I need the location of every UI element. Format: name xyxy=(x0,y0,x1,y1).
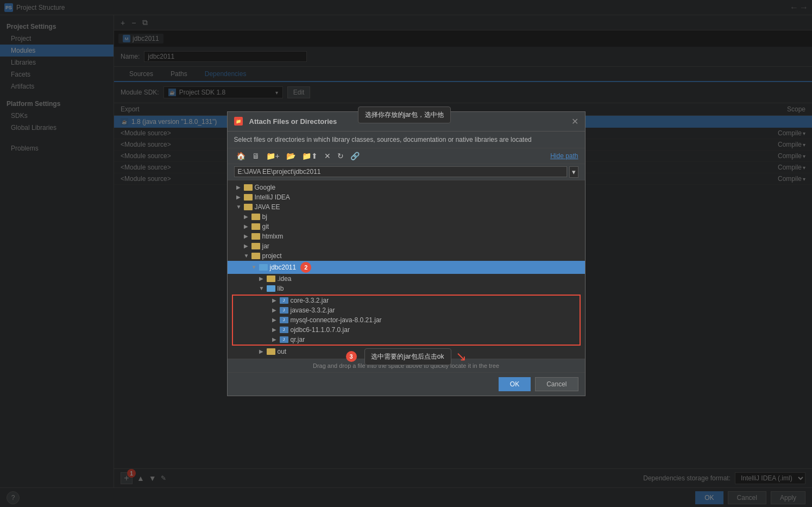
jar-icon: J xyxy=(280,327,288,333)
step3-arrow-icon: ↘ xyxy=(456,349,467,364)
modal-title: Attach Files or Directories xyxy=(249,117,337,126)
folder-icon xyxy=(251,243,260,249)
folder-icon xyxy=(251,233,260,240)
folder-icon xyxy=(251,223,260,230)
tree-node-intellij[interactable]: ▶ IntelliJ IDEA xyxy=(228,192,585,202)
home-btn[interactable]: 🏠 xyxy=(234,151,248,161)
tree-node-ojdbc-jar[interactable]: ▶ J ojdbc6-11.1.0.7.0.jar xyxy=(233,325,580,335)
expand-icon: ▶ xyxy=(244,233,251,239)
tree-node-lib[interactable]: ▼ lib xyxy=(228,284,585,293)
expand-icon: ▶ xyxy=(272,297,280,303)
tree-node-htmlxm[interactable]: ▶ htmlxm xyxy=(228,231,585,241)
expand-icon: ▼ xyxy=(244,253,251,259)
folder-icon xyxy=(259,264,268,271)
expand-icon: ▼ xyxy=(259,285,267,291)
folder-icon xyxy=(251,214,260,220)
new-folder-btn[interactable]: 📁+ xyxy=(264,151,282,161)
tree-node-bj[interactable]: ▶ bj xyxy=(228,212,585,222)
jar-files-group: ▶ J core-3.3.2.jar ▶ J javase-3.3.2.jar xyxy=(232,295,581,346)
step3-instruction: 3 选中需要的jar包后点击ok ↘ xyxy=(345,348,466,365)
tree-node-jar[interactable]: ▶ jar xyxy=(228,241,585,251)
tree-node-javaee[interactable]: ▼ JAVA EE xyxy=(228,202,585,212)
expand-icon: ▶ xyxy=(244,214,251,220)
modal-overlay: 📁 Attach Files or Directories ✕ Select f… xyxy=(0,0,812,507)
tree-node-qr-jar[interactable]: ▶ J qr.jar xyxy=(233,335,580,345)
folder-icon xyxy=(244,184,253,191)
step3-tooltip: 选中需要的jar包后点击ok xyxy=(364,348,451,365)
modal-close-btn[interactable]: ✕ xyxy=(571,116,578,127)
step3-badge: 3 xyxy=(345,351,356,362)
folder-icon xyxy=(244,204,253,210)
copy-path-btn[interactable]: 🔗 xyxy=(348,151,362,161)
tree-node-idea[interactable]: ▶ .idea xyxy=(228,274,585,284)
folder-icon xyxy=(251,253,260,259)
jar-icon: J xyxy=(280,297,288,304)
expand-icon: ▼ xyxy=(236,204,244,210)
modal-icon: 📁 xyxy=(234,117,243,126)
tree-node-javase-jar[interactable]: ▶ J javase-3.3.2.jar xyxy=(233,305,580,315)
path-input[interactable] xyxy=(234,166,567,177)
expand-icon: ▶ xyxy=(244,223,251,229)
modal-cancel-btn[interactable]: Cancel xyxy=(535,377,578,391)
attach-files-modal: 📁 Attach Files or Directories ✕ Select f… xyxy=(227,111,586,396)
file-tree: ▶ Google ▶ IntelliJ IDEA ▼ JAVA EE xyxy=(228,180,585,359)
folder-icon xyxy=(267,348,275,355)
expand-icon: ▶ xyxy=(272,317,280,323)
desktop-btn[interactable]: 🖥 xyxy=(250,151,262,161)
expand-icon: ▶ xyxy=(272,307,280,313)
jar-icon: J xyxy=(280,336,288,343)
tree-node-jdbc2011[interactable]: ▼ jdbc2011 2 选择你存放的jar包，选中他 xyxy=(228,261,585,274)
expand-icon: ▶ xyxy=(236,184,244,190)
tree-node-git[interactable]: ▶ git xyxy=(228,222,585,231)
modal-actions: OK Cancel xyxy=(228,372,585,396)
jar-icon: J xyxy=(280,307,288,314)
project-structure-window: PS Project Structure ← → Project Setting… xyxy=(0,0,812,507)
tree-node-project[interactable]: ▼ project xyxy=(228,251,585,261)
folder-icon xyxy=(267,285,275,292)
folder-icon xyxy=(267,276,275,282)
expand-icon: ▼ xyxy=(251,264,259,270)
delete-btn[interactable]: ✕ xyxy=(322,151,333,161)
modal-toolbar: 🏠 🖥 📁+ 📂 📁⬆ ✕ ↻ 🔗 Hide path xyxy=(228,148,585,164)
expand-icon: ▶ xyxy=(272,327,280,333)
new-folder3-btn[interactable]: 📁⬆ xyxy=(300,151,320,161)
expand-icon: ▶ xyxy=(272,336,280,342)
expand-icon: ▶ xyxy=(244,243,251,249)
path-dropdown-btn[interactable]: ▾ xyxy=(569,166,578,178)
hide-path-btn[interactable]: Hide path xyxy=(550,152,578,160)
new-folder2-btn[interactable]: 📂 xyxy=(284,151,298,161)
expand-icon: ▶ xyxy=(236,194,244,200)
step2-badge: 2 xyxy=(300,262,311,273)
expand-icon: ▶ xyxy=(259,276,267,281)
refresh-btn[interactable]: ↻ xyxy=(335,151,346,161)
tree-node-core-jar[interactable]: ▶ J core-3.3.2.jar xyxy=(233,296,580,305)
tree-node-google[interactable]: ▶ Google xyxy=(228,183,585,192)
jar-icon: J xyxy=(280,317,288,323)
folder-icon xyxy=(244,194,253,201)
tree-node-mysql-jar[interactable]: ▶ J mysql-connector-java-8.0.21.jar xyxy=(233,315,580,325)
expand-icon: ▶ xyxy=(259,348,267,354)
modal-path-bar: ▾ xyxy=(228,164,585,180)
modal-description: Select files or directories in which lib… xyxy=(228,132,585,148)
modal-ok-btn[interactable]: OK xyxy=(499,377,531,391)
